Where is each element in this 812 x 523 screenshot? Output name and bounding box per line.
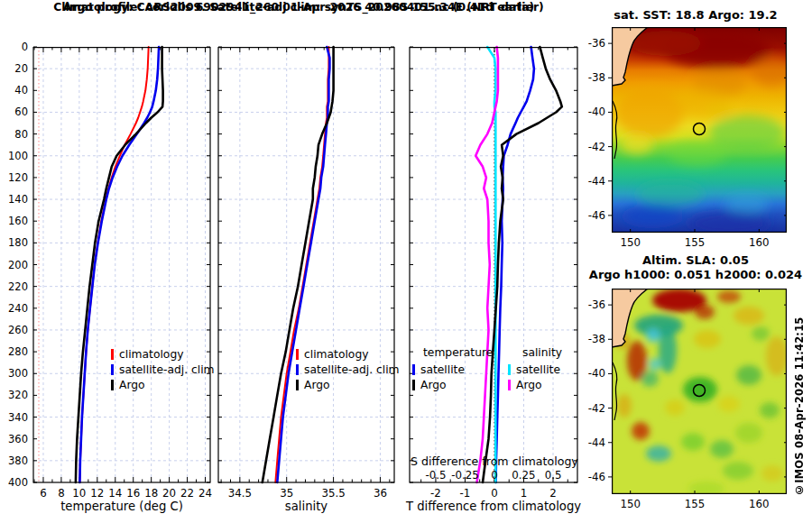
- svg-text:12: 12: [90, 487, 104, 500]
- difference-profile-panel: -2-1012S difference from climatology-0.5…: [377, 47, 610, 518]
- svg-text:0.5: 0.5: [545, 469, 562, 482]
- svg-text:140: 140: [8, 193, 28, 206]
- temperature_profile-legend: climatologysatellite-adj. climArgo: [111, 346, 215, 392]
- legend-label: Argo: [516, 379, 542, 391]
- imos-credit: ©IMOS 08-Apr-2026 11:42:15: [793, 299, 806, 496]
- svg-text:16: 16: [126, 487, 140, 500]
- temperature-axis-label: temperature (deg C): [33, 500, 210, 513]
- legend-label: climatology: [304, 348, 368, 361]
- svg-text:6: 6: [40, 487, 47, 500]
- legend-item: satellite: [508, 362, 562, 377]
- legend-line-swatch: [296, 349, 299, 360]
- svg-text:20: 20: [14, 62, 28, 75]
- svg-text:160: 160: [749, 236, 770, 249]
- legend-label: Argo: [119, 379, 145, 391]
- t-difference-axis-label: T difference from climatology: [394, 500, 593, 513]
- legend-item: climatology: [111, 346, 215, 362]
- svg-text:360: 360: [8, 433, 28, 445]
- legend-line-swatch: [296, 364, 299, 375]
- svg-text:160: 160: [749, 498, 770, 510]
- svg-text:180: 180: [8, 236, 28, 249]
- svg-text:200: 200: [8, 259, 28, 271]
- svg-text:155: 155: [685, 498, 706, 510]
- sla-map: [612, 289, 787, 494]
- legend-line-swatch: [412, 380, 415, 390]
- legend-line-swatch: [111, 380, 114, 390]
- svg-text:160: 160: [8, 215, 28, 227]
- legend-line-swatch: [296, 380, 299, 390]
- legend-label: satellite-adj. clim: [119, 363, 215, 376]
- legend-item: climatology: [296, 346, 400, 362]
- sst-map-title: sat. SST: 18.8 Argo: 19.2: [577, 8, 812, 22]
- legend-header: salinity: [522, 346, 562, 362]
- svg-text:10: 10: [72, 487, 86, 500]
- legend-item: satellite: [412, 362, 493, 377]
- svg-text:120: 120: [8, 171, 28, 184]
- legend-line-swatch: [111, 364, 114, 375]
- svg-text:220: 220: [8, 280, 28, 293]
- legend-label: Argo: [304, 379, 330, 391]
- svg-text:14: 14: [108, 487, 122, 500]
- svg-text:150: 150: [620, 498, 641, 510]
- svg-text:340: 340: [8, 411, 28, 424]
- argo-profile-figure: Argo profile: coriolis 6902941_260 01-Ap…: [0, 0, 812, 523]
- legend-label: satellite: [420, 363, 465, 376]
- svg-text:60: 60: [14, 106, 28, 118]
- svg-text:0: 0: [491, 487, 498, 500]
- svg-text:-0.25: -0.25: [451, 469, 479, 482]
- svg-text:20: 20: [162, 487, 176, 500]
- difference-legend-temperature: temperaturesatelliteArgo: [412, 346, 493, 392]
- svg-text:S difference from climatology: S difference from climatology: [411, 454, 578, 468]
- legend-line-swatch: [508, 380, 511, 390]
- sla-map-title-line1: Altim. SLA: 0.05: [577, 253, 812, 267]
- legend-item: Argo: [296, 377, 400, 392]
- svg-text:40: 40: [14, 84, 28, 96]
- svg-text:380: 380: [8, 454, 28, 467]
- difference-legend-salinity: salinitysatelliteArgo: [508, 346, 562, 392]
- svg-text:150: 150: [620, 236, 641, 249]
- legend-item: Argo: [508, 377, 562, 392]
- sla-map-title-line2: Argo h1000: 0.051 h2000: 0.024: [577, 268, 812, 281]
- legend-item: Argo: [111, 377, 215, 392]
- legend-label: climatology: [119, 348, 183, 361]
- svg-text:8: 8: [58, 487, 65, 500]
- svg-text:1: 1: [521, 487, 528, 500]
- svg-text:100: 100: [8, 150, 28, 162]
- svg-text:34.5: 34.5: [228, 487, 252, 500]
- legend-item: satellite-adj. clim: [111, 362, 215, 377]
- svg-text:35.5: 35.5: [321, 487, 345, 500]
- legend-header: temperature: [423, 346, 493, 362]
- svg-text:80: 80: [14, 128, 28, 141]
- svg-text:0: 0: [491, 469, 498, 482]
- svg-text:240: 240: [8, 302, 28, 315]
- legend-line-swatch: [412, 364, 415, 375]
- svg-text:0.25: 0.25: [512, 469, 535, 482]
- svg-text:2: 2: [549, 487, 557, 500]
- svg-text:400: 400: [8, 476, 28, 489]
- svg-text:18: 18: [144, 487, 158, 500]
- svg-text:260: 260: [8, 324, 28, 336]
- legend-label: Argo: [420, 379, 447, 391]
- sst-map: [612, 27, 787, 233]
- legend-line-swatch: [508, 364, 511, 375]
- svg-text:-0.5: -0.5: [425, 469, 446, 482]
- salinity-axis-label: salinity: [218, 500, 394, 513]
- svg-text:320: 320: [8, 389, 28, 401]
- salinity_profile-legend: climatologysatellite-adj. climArgo: [296, 346, 400, 392]
- svg-text:35: 35: [280, 487, 293, 500]
- svg-text:280: 280: [8, 345, 28, 358]
- figure-title-line2: Climatology: CARS2009. Satellite-adj cli…: [0, 0, 597, 14]
- svg-text:-2: -2: [430, 487, 441, 500]
- legend-label: satellite: [516, 363, 560, 376]
- svg-text:300: 300: [8, 367, 28, 380]
- svg-text:155: 155: [685, 236, 706, 249]
- svg-text:0: 0: [22, 41, 28, 53]
- legend-item: Argo: [412, 377, 493, 392]
- legend-label: satellite-adj. clim: [304, 363, 400, 376]
- legend-item: satellite-adj. clim: [296, 362, 400, 377]
- svg-text:-1: -1: [460, 487, 471, 500]
- legend-line-swatch: [111, 349, 114, 360]
